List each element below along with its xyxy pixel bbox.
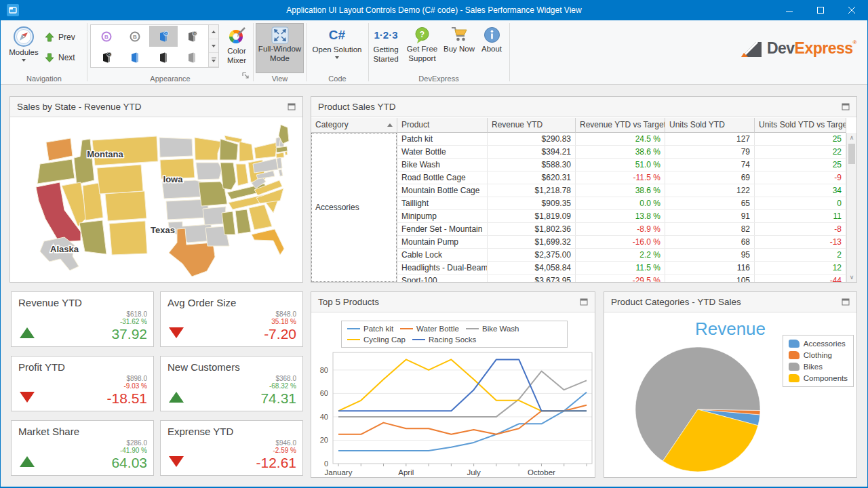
table-row-fender-set-mountain[interactable]: Fender Set - Mountain$1,802.36-8.9 %82-8 [397, 223, 846, 236]
color-mixer-button[interactable]: Color Mixer [222, 23, 252, 75]
table-row-sport-100[interactable]: Sport-100$3,673.95-29.5 %105-44 [397, 274, 846, 282]
pie-legend-item-bikes[interactable]: Bikes [789, 363, 848, 371]
state-AL[interactable] [235, 209, 251, 234]
collapse-panel-button[interactable] [842, 103, 850, 110]
state-NY[interactable] [254, 142, 277, 159]
kpi-title: Revenue YTD [18, 297, 82, 308]
table-row-headlights-dual-beam[interactable]: Headlights - Dual-Beam$4,058.8411.5 %116… [397, 262, 846, 274]
gallery-expand-button[interactable] [209, 53, 218, 67]
state-AZ[interactable] [79, 220, 106, 254]
arrow-up-icon [44, 32, 55, 43]
pie-legend-item-accessories[interactable]: Accessories [789, 340, 848, 348]
column-header-category[interactable]: Category [311, 118, 397, 133]
close-button[interactable] [836, 0, 867, 20]
gallery-scroll-down-button[interactable] [209, 39, 218, 54]
state-ID[interactable] [74, 139, 94, 184]
appearance-item-office-silver[interactable] [178, 47, 206, 68]
collapse-panel-button[interactable] [288, 103, 296, 110]
gallery-scroll-up-button[interactable] [209, 25, 218, 39]
state-IA[interactable] [196, 163, 222, 180]
pie-legend: AccessoriesClothingBikesComponents [783, 335, 854, 387]
buy-now-button[interactable]: Buy Now [443, 23, 475, 75]
kpi-title: Market Share [18, 426, 79, 437]
state-IL[interactable] [220, 163, 236, 190]
maximize-button[interactable] [805, 0, 836, 20]
scroll-down-button[interactable]: ∨ [847, 272, 856, 282]
state-OR[interactable] [37, 159, 75, 184]
scroll-up-button[interactable]: ∧ [847, 133, 856, 143]
cell: Road Bottle Cage [397, 171, 488, 184]
column-header-revenue-ytd-vs-target[interactable]: Revenue YTD vs Target [576, 118, 665, 133]
table-row-bike-wash[interactable]: Bike Wash$588.3051.0 %7425 [397, 159, 846, 171]
collapse-panel-button[interactable] [580, 298, 588, 306]
legend-item-patch-kit[interactable]: Patch kit [347, 325, 393, 333]
state-FL[interactable] [252, 229, 284, 255]
table-row-minipump[interactable]: Minipump$1,819.0913.8 %9111 [397, 210, 846, 223]
modules-button[interactable]: Modules [6, 23, 41, 75]
minimize-button[interactable] [774, 0, 805, 20]
table-row-water-bottle[interactable]: Water Bottle$394.2138.6 %7922 [397, 146, 846, 159]
state-DE[interactable] [279, 169, 283, 176]
appearance-item-circle-gray[interactable]: B [121, 26, 149, 47]
column-header-product[interactable]: Product [397, 118, 488, 133]
appearance-item-office-black[interactable] [149, 47, 178, 68]
appearance-item-circle-purple[interactable]: B [92, 26, 121, 47]
legend-item-bike-wash[interactable]: Bike Wash [466, 325, 519, 333]
svg-text:20: 20 [320, 436, 328, 444]
about-button[interactable]: About [477, 23, 507, 75]
state-MS[interactable] [222, 211, 235, 235]
collapse-panel-button[interactable] [842, 298, 850, 306]
table-row-mountain-pump[interactable]: Mountain Pump$1,699.32-16.0 %68-13 [397, 236, 846, 249]
appearance-item-office-2016-black[interactable]: 16 [92, 47, 121, 68]
state-CT[interactable] [276, 152, 284, 158]
get-free-support-button[interactable]: ? Get Free Support [403, 23, 441, 75]
cell: 38.6 % [576, 146, 665, 158]
trend-up-icon [20, 327, 35, 338]
next-button[interactable]: Next [44, 50, 75, 65]
state-NM[interactable] [109, 221, 147, 255]
full-window-mode-button[interactable]: Full-Window Mode [256, 23, 304, 73]
category-cell[interactable]: Accessories [311, 133, 397, 282]
cell: Minipump [397, 210, 488, 222]
legend-item-racing-socks[interactable]: Racing Socks [412, 336, 476, 344]
state-MN[interactable] [195, 138, 222, 160]
table-scrollbar[interactable]: ∧ ∨ [846, 133, 856, 282]
state-IN[interactable] [236, 164, 248, 186]
group-label-devexpress: DevExpress [369, 75, 509, 83]
state-RI[interactable] [285, 151, 288, 155]
prev-button[interactable]: Prev [44, 30, 75, 45]
state-CO[interactable] [105, 191, 146, 221]
color-wheel-icon [226, 26, 247, 46]
column-header-revenue-ytd[interactable]: Revenue YTD [488, 118, 576, 133]
state-MI[interactable] [239, 142, 254, 161]
table-row-patch-kit[interactable]: Patch kit$290.8324.5 %12725 [397, 133, 846, 146]
cell: 79 [665, 146, 755, 158]
column-header-units-sold-ytd[interactable]: Units Sold YTD [665, 118, 755, 133]
cell: $909.35 [488, 197, 576, 209]
getting-started-button[interactable]: 1·2·3 Getting Started [370, 23, 401, 75]
table-row-taillight[interactable]: Taillight$909.350.0 %650 [397, 197, 846, 210]
table-row-cable-lock[interactable]: Cable Lock$2,375.002.2 %952 [397, 249, 846, 262]
column-header-units-sold-ytd-vs-target[interactable]: Units Sold YTD vs Target [755, 118, 846, 133]
table-row-mountain-bottle-cage[interactable]: Mountain Bottle Cage$1,218.7838.6 %12234 [397, 184, 846, 197]
legend-item-cycling-cap[interactable]: Cycling Cap [347, 336, 406, 344]
pie-legend-item-clothing[interactable]: Clothing [789, 351, 848, 359]
appearance-item-office-blue[interactable] [121, 47, 149, 68]
state-ND[interactable] [159, 138, 193, 157]
open-solution-button[interactable]: C# Open Solution [310, 23, 364, 75]
cell: -29.5 % [576, 274, 665, 282]
state-WY[interactable] [97, 165, 143, 194]
appearance-item-office-2016-dark-gray[interactable]: 16 [178, 26, 206, 47]
state-GA[interactable] [249, 205, 272, 230]
collapse-icon [842, 298, 850, 306]
state-NJ[interactable] [277, 157, 282, 169]
scroll-thumb[interactable] [848, 144, 855, 164]
kpi-percent: -2.59 % [256, 447, 296, 454]
state-WA[interactable] [46, 138, 73, 161]
table-row-road-bottle-cage[interactable]: Road Bottle Cage$620.31-11.5 %69-9 [397, 171, 846, 184]
appearance-item-office-2016-colorful[interactable]: 16 [149, 26, 178, 47]
svg-text:October: October [528, 468, 555, 476]
pie-legend-item-components[interactable]: Components [789, 374, 848, 382]
next-label: Next [58, 53, 75, 62]
legend-item-water-bottle[interactable]: Water Bottle [400, 325, 459, 333]
